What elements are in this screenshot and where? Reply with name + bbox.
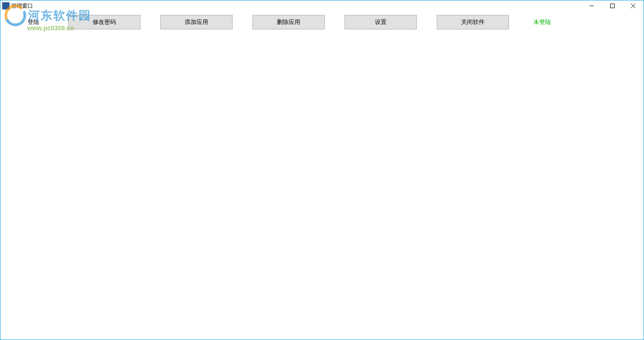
title-bar: 管理窗口 xyxy=(0,0,644,11)
window-controls xyxy=(581,0,644,11)
settings-button[interactable]: 设置 xyxy=(345,15,417,29)
login-label[interactable]: 登陆 xyxy=(28,18,55,26)
close-button[interactable] xyxy=(623,0,644,11)
login-status-label: 未登陆 xyxy=(533,18,551,26)
toolbar: 登陆 修改密码 添加应用 删除应用 设置 关闭软件 未登陆 xyxy=(0,11,644,33)
app-icon xyxy=(2,2,9,9)
close-software-button[interactable]: 关闭软件 xyxy=(437,15,509,29)
delete-app-button[interactable]: 删除应用 xyxy=(252,15,325,29)
svg-rect-1 xyxy=(611,4,615,8)
maximize-button[interactable] xyxy=(602,0,623,11)
minimize-button[interactable] xyxy=(581,0,602,11)
window-title: 管理窗口 xyxy=(11,2,33,10)
add-app-button[interactable]: 添加应用 xyxy=(160,15,233,29)
content-area xyxy=(0,33,644,340)
change-password-button[interactable]: 修改密码 xyxy=(68,15,140,29)
